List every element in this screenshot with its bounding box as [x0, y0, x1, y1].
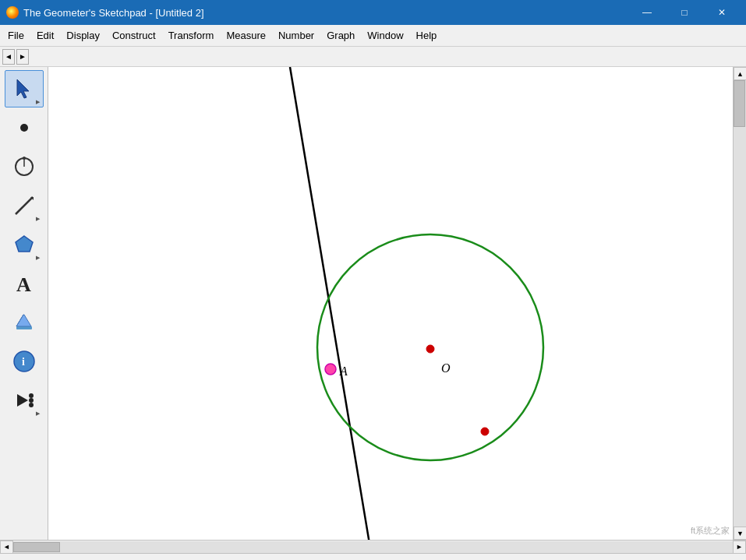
status-bar: Click to begin scrolling the window — [0, 553, 746, 560]
menu-graph[interactable]: Graph — [320, 26, 361, 44]
scroll-thumb-vertical[interactable] — [734, 80, 745, 127]
tool-point[interactable] — [5, 109, 44, 146]
menu-transform[interactable]: Transform — [162, 26, 221, 44]
select-submenu-indicator: ▶ — [36, 99, 40, 105]
toolbar-scroll-left[interactable]: ◄ — [2, 49, 15, 65]
menu-construct[interactable]: Construct — [106, 26, 162, 44]
straightedge-submenu-indicator: ▶ — [36, 216, 40, 222]
close-button[interactable]: ✕ — [704, 0, 740, 25]
tool-info[interactable]: i — [5, 343, 44, 380]
svg-rect-9 — [16, 326, 32, 329]
menu-display[interactable]: Display — [60, 26, 106, 44]
svg-point-16 — [29, 398, 34, 403]
svg-text:A: A — [16, 273, 31, 295]
tool-select[interactable]: ▶ — [5, 70, 44, 107]
animation-submenu-indicator: ▶ — [36, 410, 40, 417]
svg-point-15 — [29, 393, 34, 398]
toolbar-scroll-right[interactable]: ► — [16, 49, 29, 65]
svg-point-1 — [20, 124, 28, 132]
point-a-label: A — [339, 365, 348, 378]
canvas-area[interactable]: A O ft系统之家 — [48, 67, 733, 540]
minimize-button[interactable]: — — [629, 0, 665, 25]
watermark: ft系统之家 — [691, 525, 730, 537]
scroll-left-button[interactable]: ◄ — [0, 541, 13, 554]
menu-measure[interactable]: Measure — [220, 26, 272, 44]
point-a-dot[interactable] — [325, 364, 336, 375]
polygon-submenu-indicator: ▶ — [36, 255, 40, 261]
svg-marker-14 — [17, 394, 28, 407]
menu-bar: File Edit Display Construct Transform Me… — [0, 25, 746, 47]
menu-edit[interactable]: Edit — [30, 26, 60, 44]
title-text: The Geometer's Sketchpad - [Untitled 2] — [23, 7, 629, 19]
svg-point-4 — [23, 157, 26, 160]
svg-marker-10 — [16, 315, 31, 326]
scroll-up-button[interactable]: ▲ — [734, 67, 746, 80]
svg-marker-7 — [16, 236, 33, 252]
svg-point-17 — [29, 403, 34, 407]
scroll-down-button[interactable]: ▼ — [734, 527, 746, 540]
point-o-label: O — [441, 361, 451, 375]
menu-help[interactable]: Help — [410, 26, 444, 44]
tangent-line — [290, 67, 376, 540]
toolbar-row: ◄ ► — [0, 47, 746, 67]
tool-animation[interactable]: ▶ — [5, 382, 44, 419]
scroll-track-vertical[interactable] — [734, 80, 746, 527]
main-layout: ▶ ▶ ▶ — [0, 67, 746, 540]
menu-window[interactable]: Window — [361, 26, 409, 44]
window-controls: — □ ✕ — [629, 0, 740, 25]
bottom-scrollbar: ◄ ► — [0, 540, 746, 553]
point-o-dot[interactable] — [426, 345, 434, 353]
scroll-thumb-horizontal[interactable] — [13, 542, 60, 552]
tool-straightedge[interactable]: ▶ — [5, 187, 44, 224]
svg-text:i: i — [22, 356, 25, 368]
tool-polygon[interactable]: ▶ — [5, 226, 44, 263]
tool-text[interactable]: A — [5, 265, 44, 302]
point-b-dot[interactable] — [481, 428, 489, 435]
right-scrollbar: ▲ ▼ — [733, 67, 746, 540]
scroll-right-button[interactable]: ► — [733, 541, 746, 554]
svg-line-5 — [16, 197, 33, 214]
menu-file[interactable]: File — [2, 26, 30, 44]
svg-marker-0 — [17, 79, 29, 98]
left-toolbar: ▶ ▶ ▶ — [0, 67, 48, 540]
maximize-button[interactable]: □ — [666, 0, 702, 25]
tool-custom[interactable] — [5, 304, 44, 341]
sketch-svg: A O — [48, 67, 733, 540]
menu-number[interactable]: Number — [272, 26, 320, 44]
app-icon — [6, 6, 19, 19]
scroll-track-horizontal[interactable] — [13, 541, 733, 553]
tool-compass[interactable] — [5, 148, 44, 185]
title-bar: The Geometer's Sketchpad - [Untitled 2] … — [0, 0, 746, 25]
